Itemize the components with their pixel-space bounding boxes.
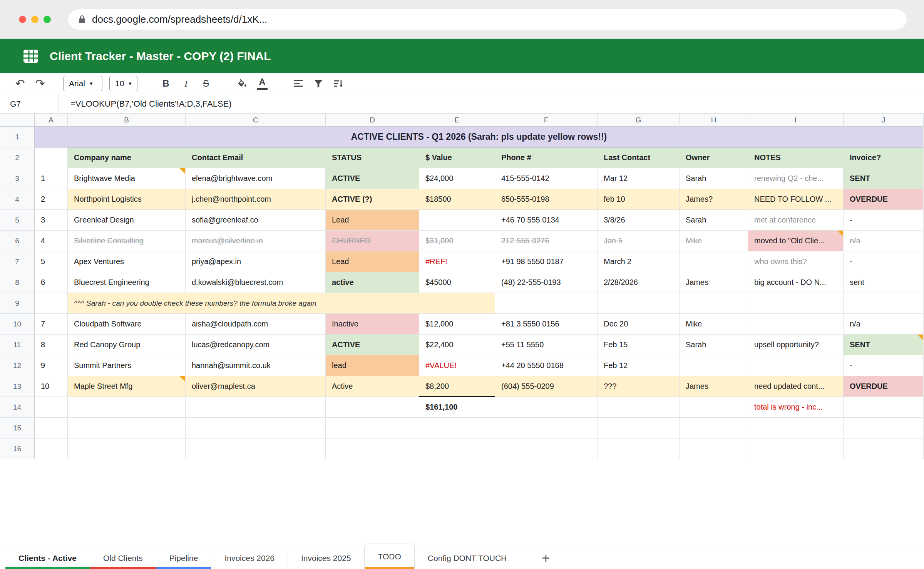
select-all-corner[interactable]	[0, 114, 35, 127]
filter-button[interactable]	[308, 75, 328, 92]
column-header[interactable]: H	[680, 114, 748, 127]
cell[interactable]: Last Contact	[598, 147, 680, 168]
cell[interactable]	[844, 438, 924, 459]
fill-color-button[interactable]	[232, 75, 252, 92]
cell[interactable]: 2	[35, 189, 68, 210]
cell[interactable]	[680, 418, 748, 438]
cell[interactable]: $12,000	[419, 314, 495, 335]
cell[interactable]	[419, 418, 495, 438]
cell[interactable]	[68, 438, 186, 459]
cell[interactable]	[680, 397, 748, 418]
cell[interactable]: Company name	[68, 147, 186, 168]
cell[interactable]	[598, 418, 680, 438]
font-size-select[interactable]: 10 ▾	[109, 76, 137, 91]
cell[interactable]	[326, 438, 419, 459]
row-header[interactable]: 8	[0, 272, 35, 293]
undo-button[interactable]: ↶	[10, 75, 30, 92]
name-box[interactable]: G7	[0, 94, 59, 113]
row-header[interactable]: 13	[0, 376, 35, 397]
cell[interactable]: moved to "Old Clie...	[748, 231, 844, 251]
cell[interactable]: Feb 15	[598, 335, 680, 355]
cell[interactable]: j.chen@northpoint.com	[186, 189, 326, 210]
cell[interactable]	[495, 293, 598, 314]
row-header[interactable]: 15	[0, 418, 35, 438]
cell[interactable]: 650-555-0198	[495, 189, 598, 210]
column-header[interactable]: B	[68, 114, 186, 127]
cell[interactable]	[680, 355, 748, 376]
cell[interactable]: Northpoint Logistics	[68, 189, 186, 210]
cell[interactable]: ^^^ Sarah - can you double check these n…	[68, 293, 495, 314]
cell[interactable]: Jan 5	[598, 231, 680, 251]
cell[interactable]: Apex Ventures	[68, 251, 186, 272]
cell[interactable]: Sarah	[680, 210, 748, 231]
cell[interactable]: Sarah	[680, 168, 748, 189]
cell[interactable]	[680, 438, 748, 459]
cell[interactable]: Lead	[326, 251, 419, 272]
cell[interactable]: ACTIVE	[326, 168, 419, 189]
column-header[interactable]: F	[495, 114, 598, 127]
cell[interactable]: +46 70 555 0134	[495, 210, 598, 231]
cell[interactable]: met at conference	[748, 210, 844, 231]
cell[interactable]	[35, 147, 68, 168]
cell[interactable]: ACTIVE (?)	[326, 189, 419, 210]
cell[interactable]: 10	[35, 376, 68, 397]
cell[interactable]: James	[680, 272, 748, 293]
cell[interactable]	[844, 418, 924, 438]
cell[interactable]	[326, 397, 419, 418]
cell[interactable]: ???	[598, 376, 680, 397]
cell[interactable]: James?	[680, 189, 748, 210]
add-sheet-button[interactable]: +	[537, 547, 554, 569]
row-header[interactable]: 16	[0, 438, 35, 459]
cell[interactable]: 3/8/26	[598, 210, 680, 231]
cell[interactable]: NOTES	[748, 147, 844, 168]
cell[interactable]: n/a	[844, 231, 924, 251]
cell[interactable]: -	[844, 355, 924, 376]
cell[interactable]: aisha@cloudpath.com	[186, 314, 326, 335]
cell[interactable]: 2/28/2026	[598, 272, 680, 293]
cell[interactable]	[419, 210, 495, 231]
row-header[interactable]: 7	[0, 251, 35, 272]
cell[interactable]	[35, 397, 68, 418]
cell[interactable]: sent	[844, 272, 924, 293]
cell[interactable]: SENT	[844, 168, 924, 189]
cell[interactable]: Silverline Consulting	[68, 231, 186, 251]
column-header[interactable]: J	[844, 114, 924, 127]
cell[interactable]: 9	[35, 355, 68, 376]
cell[interactable]	[419, 438, 495, 459]
row-header[interactable]: 4	[0, 189, 35, 210]
cell[interactable]: 1	[35, 168, 68, 189]
cell[interactable]	[495, 438, 598, 459]
cell[interactable]	[844, 397, 924, 418]
row-header[interactable]: 9	[0, 293, 35, 314]
cell[interactable]	[598, 293, 680, 314]
cell[interactable]: elena@brightwave.com	[186, 168, 326, 189]
cell[interactable]: -	[844, 210, 924, 231]
close-button[interactable]	[19, 16, 26, 23]
cell[interactable]	[186, 438, 326, 459]
cell[interactable]	[68, 418, 186, 438]
cell[interactable]: $22,400	[419, 335, 495, 355]
cell[interactable]: -	[844, 251, 924, 272]
cell[interactable]: 6	[35, 272, 68, 293]
cell[interactable]: Red Canopy Group	[68, 335, 186, 355]
cell[interactable]	[495, 418, 598, 438]
cell[interactable]: OVERDUE	[844, 376, 924, 397]
cell[interactable]: active	[326, 272, 419, 293]
row-header[interactable]: 14	[0, 397, 35, 418]
sheet-tab[interactable]: Invoices 2025	[288, 547, 365, 569]
cell[interactable]: Phone #	[495, 147, 598, 168]
cell[interactable]: need updated cont...	[748, 376, 844, 397]
cell[interactable]: Contact Email	[186, 147, 326, 168]
cell[interactable]	[680, 251, 748, 272]
cell[interactable]: Cloudpath Software	[68, 314, 186, 335]
url-bar[interactable]: docs.google.com/spreadsheets/d/1xK...	[68, 9, 907, 30]
cell[interactable]: Bluecrest Engineering	[68, 272, 186, 293]
cell[interactable]: Mike	[680, 231, 748, 251]
zoom-button[interactable]	[44, 16, 51, 23]
bold-button[interactable]: B	[156, 75, 176, 92]
strikethrough-button[interactable]: S	[196, 75, 216, 92]
cell[interactable]: 4	[35, 231, 68, 251]
cell[interactable]: +81 3 5550 0156	[495, 314, 598, 335]
redo-button[interactable]: ↷	[30, 75, 50, 92]
cell[interactable]	[748, 293, 844, 314]
